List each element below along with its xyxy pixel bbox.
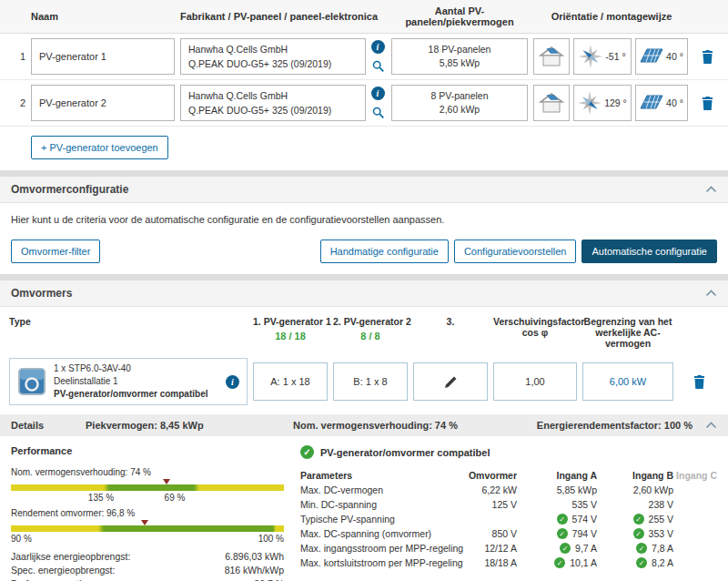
config-description: Hier kunt u de criteria voor de automati… — [11, 214, 717, 225]
compass-icon — [579, 45, 602, 68]
param-input-a-value: 535 V — [517, 497, 597, 512]
delete-inverter-button[interactable] — [679, 373, 719, 391]
generator-name-input[interactable] — [31, 38, 175, 75]
col-header-aantal: Aantal PV-panelen/piekvermogen — [391, 5, 528, 27]
nominal-ratio-summary: Nom. vermogensverhouding: 74 % — [293, 420, 537, 431]
house-icon — [539, 46, 564, 67]
manual-config-button[interactable]: Handmatige configuratie — [320, 240, 449, 263]
info-icon[interactable]: i — [371, 40, 385, 54]
col-header-cos-phi: Verschuivingsfactor cos φ — [493, 316, 577, 338]
check-circle-icon: ✓ — [554, 557, 565, 568]
inverter-config-header[interactable]: Omvormerconfiguratie — [0, 177, 728, 203]
config-proposals-button[interactable]: Configuratievoorstellen — [454, 240, 577, 263]
row-index: 2 — [9, 97, 25, 108]
inverter-row: 1 x STP6.0-3AV-40 Deelinstallatie 1 PV-g… — [0, 356, 728, 414]
tilt-box[interactable]: 40 ° — [635, 38, 688, 75]
azimuth-box[interactable]: 129 ° — [573, 85, 632, 121]
panel-select-box[interactable]: Hanwha Q.Cells GmbH Q.PEAK DUO-G5+ 325 (… — [180, 85, 366, 121]
mounting-type-box[interactable] — [533, 38, 570, 75]
param-header: Ingang B — [597, 468, 673, 483]
check-circle-icon: ✓ — [636, 543, 647, 554]
gauge1-tick-right: 69 % — [165, 493, 186, 503]
search-icon — [372, 60, 384, 72]
panel-tilt-icon — [640, 94, 663, 112]
cos-phi-box[interactable]: 1,00 — [493, 362, 577, 401]
info-icon[interactable]: i — [226, 375, 239, 389]
panel-manufacturer: Hanwha Q.Cells GmbH — [188, 43, 358, 57]
search-panel-button[interactable] — [370, 58, 386, 74]
inverter-type-box[interactable]: 1 x STP6.0-3AV-40 Deelinstallatie 1 PV-g… — [9, 358, 248, 405]
panel-model: Q.PEAK DUO-G5+ 325 (09/2019) — [188, 104, 358, 118]
peak-power: 2,60 kWp — [440, 103, 480, 117]
panel-count-box[interactable]: 18 PV-panelen 5,85 kWp — [391, 38, 528, 75]
check-circle-icon: ✓ — [300, 445, 314, 459]
pv-generators-section: Naam Fabrikant / PV-paneel / paneel-elek… — [0, 0, 728, 170]
input-a-box[interactable]: A: 1 x 18 — [253, 362, 328, 401]
tilt-box[interactable]: 40 ° — [635, 85, 688, 121]
param-header: Ingang A — [517, 468, 597, 483]
chevron-up-icon[interactable] — [705, 290, 717, 297]
check-circle-icon: ✓ — [557, 514, 568, 525]
inverter-icon — [17, 367, 46, 396]
performance-panel: Performance Nom. vermogensverhouding: 74… — [11, 445, 284, 581]
mounting-type-box[interactable] — [533, 85, 570, 121]
input-c-edit-box[interactable] — [413, 362, 488, 401]
col-header-ac-limit: Begrenzing van het werkelijke AC-vermoge… — [582, 316, 673, 349]
gen1-panel-count: 18 / 18 — [253, 331, 328, 341]
inverter-model: 1 x STP6.0-3AV-40 — [54, 362, 208, 375]
param-inverter-value: 12/12 A — [453, 541, 517, 556]
gen2-panel-count: 8 / 8 — [333, 331, 408, 341]
section-title: Omvormerconfiguratie — [11, 183, 128, 196]
param-input-b-value: ✓8,2 A — [597, 556, 673, 570]
azimuth-box[interactable]: -51 ° — [573, 38, 632, 75]
auto-config-button[interactable]: Automatische configuratie — [581, 240, 717, 263]
chevron-up-icon[interactable] — [705, 422, 717, 429]
performance-stats: Jaarlijkse energieopbrengst:6.896,03 kWh… — [11, 550, 284, 581]
ac-limit-box[interactable]: 6,00 kW — [582, 362, 673, 401]
compass-icon — [578, 91, 602, 115]
param-header: Parameters — [300, 468, 453, 483]
param-label: Max. DC-spanning (omvormer) — [300, 526, 453, 541]
param-inverter-value: 125 V — [453, 497, 517, 512]
details-label: Details — [11, 420, 86, 431]
col-header-orientatie: Oriëntatie / montagewijze — [533, 11, 690, 22]
generator-table-header: Naam Fabrikant / PV-paneel / paneel-elek… — [0, 0, 728, 34]
pv-design-page: Naam Fabrikant / PV-paneel / paneel-elek… — [0, 0, 728, 581]
col-header-gen1: 1. PV-generator 1 — [253, 316, 328, 327]
azimuth-value: -51 ° — [605, 51, 625, 62]
inverters-header[interactable]: Omvormers — [0, 280, 728, 307]
search-panel-button[interactable] — [370, 105, 386, 120]
details-bar[interactable]: Details Piekvermogen: 8,45 kWp Nom. verm… — [0, 414, 728, 436]
generator-name-input[interactable] — [31, 85, 175, 121]
inverter-filter-button[interactable]: Omvormer-filter — [11, 240, 100, 263]
param-input-b-value: ✓255 V — [597, 512, 673, 526]
subinstallation-label: Deelinstallatie 1 — [54, 375, 208, 388]
chevron-up-icon[interactable] — [705, 186, 717, 193]
col-header-fabrikant: Fabrikant / PV-paneel / paneel-elektroni… — [180, 11, 386, 22]
check-circle-icon: ✓ — [633, 528, 644, 539]
inverter-efficiency-gauge — [11, 525, 284, 532]
param-input-a-value: ✓10,1 A — [517, 556, 597, 570]
col-header-naam: Naam — [31, 11, 175, 22]
info-icon[interactable]: i — [371, 87, 385, 100]
param-input-a-value: 5,85 kWp — [517, 483, 597, 497]
stat-row: Jaarlijkse energieopbrengst:6.896,03 kWh — [11, 550, 284, 564]
panel-count-box[interactable]: 8 PV-panelen 2,60 kWp — [391, 85, 528, 121]
add-generator-button[interactable]: + PV-generator toevoegen — [31, 136, 168, 159]
col-header-type: Type — [9, 316, 248, 327]
panel-count: 8 PV-panelen — [430, 89, 488, 103]
input-b-box[interactable]: B: 1 x 8 — [333, 362, 408, 401]
param-input-a-value: ✓794 V — [517, 526, 597, 541]
inverter-table-header: Type 1. PV-generator 1 18 / 18 2. PV-gen… — [0, 307, 728, 356]
delete-generator-button[interactable] — [695, 95, 719, 112]
delete-generator-button[interactable] — [695, 48, 719, 66]
param-input-b-value: 2,60 kWp — [597, 483, 673, 497]
gauge2-label: Rendement omvormer: 96,8 % — [11, 508, 284, 518]
parameters-table: Parameters Omvormer Ingang A Ingang B In… — [300, 468, 717, 570]
panel-select-box[interactable]: Hanwha Q.Cells GmbH Q.PEAK DUO-G5+ 325 (… — [180, 38, 366, 75]
panel-tilt-icon — [640, 47, 663, 66]
panel-model: Q.PEAK DUO-G5+ 325 (09/2019) — [188, 57, 358, 72]
param-header: Omvormer — [453, 468, 517, 483]
param-inverter-value: 18/18 A — [453, 556, 517, 570]
check-circle-icon: ✓ — [636, 557, 647, 568]
